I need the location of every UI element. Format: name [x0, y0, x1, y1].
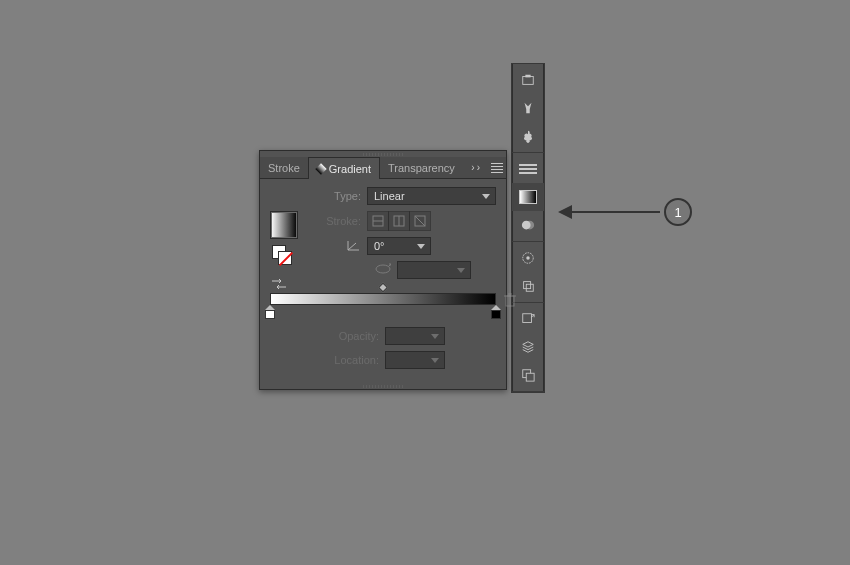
- svg-rect-11: [523, 314, 532, 323]
- svg-rect-0: [523, 77, 534, 85]
- tab-transparency[interactable]: Transparency: [380, 157, 463, 179]
- angle-value: 0°: [374, 240, 385, 252]
- location-select[interactable]: [385, 351, 445, 369]
- svg-rect-1: [525, 75, 530, 78]
- gradient-slider[interactable]: [270, 293, 496, 305]
- gradient-stop-left[interactable]: [265, 305, 275, 319]
- panel-tabs: Stroke Gradient Transparency ››: [260, 157, 506, 179]
- symbols-icon[interactable]: [512, 122, 544, 150]
- tab-gradient[interactable]: Gradient: [308, 157, 380, 179]
- callout-badge: 1: [664, 198, 692, 226]
- transform-icon[interactable]: [512, 305, 544, 333]
- stroke-panel-icon[interactable]: [512, 155, 544, 183]
- artboards-icon[interactable]: [512, 361, 544, 389]
- brushes-icon[interactable]: [512, 94, 544, 122]
- gradient-swatches: [270, 211, 298, 255]
- gradient-midpoint[interactable]: [378, 283, 388, 293]
- svg-rect-13: [526, 373, 534, 381]
- svg-point-20: [376, 265, 390, 273]
- collapse-button[interactable]: ››: [465, 162, 488, 173]
- angle-icon: [325, 239, 361, 253]
- gradient-panel: Stroke Gradient Transparency ›› Type: Li…: [259, 150, 507, 390]
- stroke-align-within[interactable]: [367, 211, 389, 231]
- stroke-align-along[interactable]: [388, 211, 410, 231]
- gradient-panel-icon[interactable]: [512, 183, 544, 211]
- stroke-align-segment: [367, 211, 431, 231]
- aspect-select[interactable]: [397, 261, 471, 279]
- transparency-panel-icon[interactable]: [512, 211, 544, 239]
- layers-icon[interactable]: [512, 333, 544, 361]
- fill-stroke-mini[interactable]: [272, 245, 288, 261]
- tab-gradient-label: Gradient: [329, 163, 371, 175]
- svg-rect-9: [524, 282, 531, 289]
- opacity-select[interactable]: [385, 327, 445, 345]
- callout-arrow: [560, 211, 660, 213]
- panel-grip[interactable]: [363, 151, 403, 157]
- angle-select[interactable]: 0°: [367, 237, 431, 255]
- location-label: Location:: [321, 354, 379, 366]
- tab-stroke[interactable]: Stroke: [260, 157, 308, 179]
- svg-line-19: [415, 216, 425, 226]
- opacity-label: Opacity:: [321, 330, 379, 342]
- svg-rect-10: [526, 284, 533, 291]
- svg-point-8: [526, 256, 530, 260]
- reverse-gradient-icon[interactable]: [272, 279, 286, 291]
- panel-menu-icon[interactable]: [488, 163, 506, 173]
- gradient-fill-swatch[interactable]: [270, 211, 298, 239]
- gradient-stop-right[interactable]: [491, 305, 501, 319]
- svg-point-6: [525, 221, 534, 230]
- type-select[interactable]: Linear: [367, 187, 496, 205]
- aspect-icon: [325, 263, 391, 277]
- type-label: Type:: [325, 190, 361, 202]
- libraries-icon[interactable]: [512, 66, 544, 94]
- type-value: Linear: [374, 190, 405, 202]
- graphic-styles-icon[interactable]: [512, 272, 544, 300]
- delete-stop-icon[interactable]: [504, 293, 516, 309]
- callout-1: 1: [560, 198, 692, 226]
- panel-grip-bottom[interactable]: [363, 383, 403, 389]
- stroke-label: Stroke:: [325, 215, 361, 227]
- gradient-tab-icon: [315, 163, 326, 174]
- stroke-align-across[interactable]: [409, 211, 431, 231]
- appearance-icon[interactable]: [512, 244, 544, 272]
- panel-dock: [511, 63, 545, 393]
- svg-rect-21: [506, 296, 514, 306]
